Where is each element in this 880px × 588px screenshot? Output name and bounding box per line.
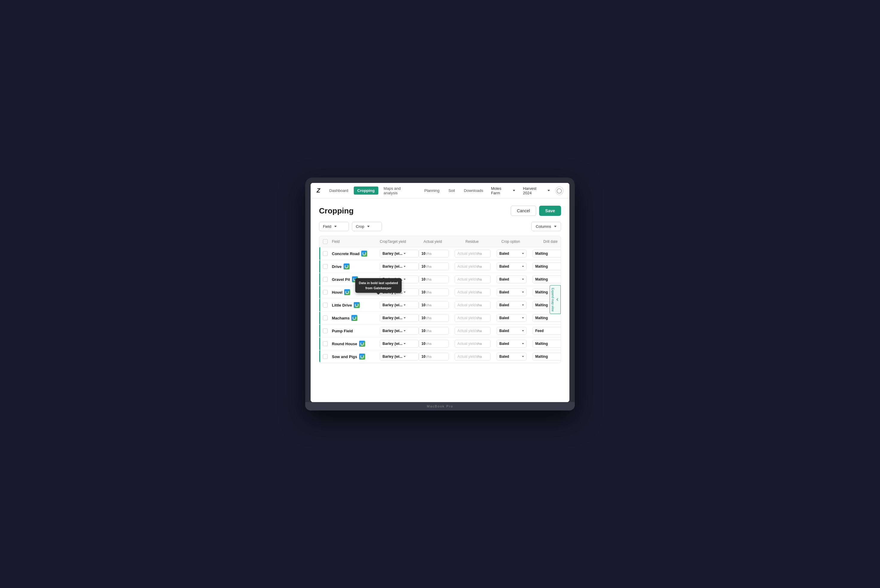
crop-option-dropdown[interactable]: Malting: [533, 262, 561, 270]
save-button[interactable]: Save: [539, 206, 561, 216]
row-select-checkbox[interactable]: [323, 277, 328, 282]
crop-dropdown[interactable]: Barley (wi...: [380, 262, 419, 270]
residue-dropdown[interactable]: Baled: [497, 276, 527, 283]
header-crop: Crop: [380, 240, 387, 244]
harvest-selector[interactable]: Harvest 2024: [521, 185, 552, 196]
crop-option-dropdown[interactable]: Malting: [533, 352, 561, 360]
target-yield-input[interactable]: 10 t/ha: [419, 314, 449, 322]
actual-yield-input[interactable]: Actual yield t/ha: [455, 276, 491, 283]
residue-dropdown[interactable]: Baled: [497, 288, 527, 296]
target-yield-input[interactable]: 10 t/ha: [419, 250, 449, 258]
crop-dropdown[interactable]: Barley (wi...: [380, 352, 419, 360]
row-indicator: [319, 350, 320, 363]
crop-chevron-icon: [404, 356, 405, 357]
crop-dropdown[interactable]: Barley (wi...: [380, 314, 419, 322]
crop-chevron-icon: [404, 343, 405, 344]
row-select-checkbox[interactable]: [323, 303, 328, 308]
target-yield-input[interactable]: 10 t/ha: [419, 276, 449, 283]
field-name-cell: Little Drive: [332, 302, 380, 308]
target-yield-input[interactable]: 10 t/ha: [419, 340, 449, 348]
nav-right: Moles Farm Harvest 2024 ◯: [488, 185, 563, 196]
gatekeeper-badge-icon: [359, 341, 365, 347]
field-name-cell: Round House: [332, 341, 380, 347]
residue-dropdown[interactable]: Baled: [497, 352, 527, 360]
actual-yield-input[interactable]: Actual yield t/ha: [455, 288, 491, 296]
expand-map-chevron-icon: [556, 298, 559, 302]
residue-chevron-icon: [522, 343, 524, 344]
crop-option-dropdown[interactable]: Malting: [533, 340, 561, 348]
actual-yield-input[interactable]: Actual yield t/ha: [455, 340, 491, 348]
table-body: Concrete Road Barley (wi... 10 t/ha: [319, 247, 561, 363]
crop-option-dropdown[interactable]: Malting: [533, 250, 561, 258]
farm-selector[interactable]: Moles Farm: [488, 185, 518, 196]
residue-dropdown[interactable]: Baled: [497, 314, 527, 322]
target-yield-input[interactable]: 10 t/ha: [419, 301, 449, 309]
residue-chevron-icon: [522, 279, 524, 280]
gatekeeper-badge-icon: [351, 315, 357, 321]
table-row: Concrete Road Barley (wi... 10 t/ha: [319, 247, 561, 260]
row-select-checkbox[interactable]: [323, 354, 328, 359]
table-row: Round House Barley (wi... 10 t/ha Ac: [319, 338, 561, 350]
screen: Z Dashboard Cropping Maps and analysis P…: [311, 183, 569, 402]
actual-yield-input[interactable]: Actual yield t/ha: [455, 301, 491, 309]
actual-yield-input[interactable]: Actual yield t/ha: [455, 314, 491, 322]
nav-maps[interactable]: Maps and analysis: [380, 184, 419, 197]
crop-chevron-icon: [404, 304, 405, 306]
field-name-cell: Drive Data in bold last updated from Gat…: [332, 264, 380, 270]
user-profile-button[interactable]: ◯: [555, 186, 563, 195]
cancel-button[interactable]: Cancel: [511, 206, 536, 216]
target-yield-input[interactable]: 10 t/ha: [419, 352, 449, 360]
row-select-checkbox[interactable]: [323, 251, 328, 256]
row-select-checkbox[interactable]: [323, 264, 328, 269]
row-select-checkbox[interactable]: [323, 341, 328, 346]
actual-yield-input[interactable]: Actual yield t/ha: [455, 327, 491, 335]
target-yield-input[interactable]: 10 t/ha: [419, 262, 449, 270]
crop-option-dropdown[interactable]: Feed: [533, 327, 561, 335]
select-all-checkbox[interactable]: [323, 239, 328, 244]
row-select-checkbox[interactable]: [323, 315, 328, 320]
residue-dropdown[interactable]: Baled: [497, 340, 527, 348]
row-checkbox-cell: [323, 328, 332, 333]
gatekeeper-badge-icon: [359, 354, 365, 360]
nav-planning[interactable]: Planning: [421, 186, 443, 195]
actual-yield-input[interactable]: Actual yield t/ha: [455, 250, 491, 258]
row-checkbox-cell: [323, 251, 332, 256]
crop-chevron-icon: [404, 317, 405, 318]
residue-dropdown[interactable]: Baled: [497, 327, 527, 335]
crop-dropdown[interactable]: Barley (wi...: [380, 250, 419, 258]
residue-dropdown[interactable]: Baled: [497, 262, 527, 270]
crop-option-dropdown[interactable]: Malting: [533, 276, 561, 283]
field-filter-dropdown[interactable]: Field: [319, 222, 349, 231]
target-yield-input[interactable]: 10 t/ha: [419, 327, 449, 335]
nav-cropping[interactable]: Cropping: [354, 186, 378, 195]
columns-dropdown[interactable]: Columns: [532, 222, 561, 231]
table-row: Sow and Pigs Barley (wi... 10 t/ha A: [319, 350, 561, 363]
row-indicator: [319, 260, 320, 273]
columns-chevron-icon: [554, 226, 557, 227]
field-name-cell: Concrete Road: [332, 250, 380, 256]
nav-dashboard[interactable]: Dashboard: [326, 186, 352, 195]
nav-downloads[interactable]: Downloads: [460, 186, 487, 195]
row-select-checkbox[interactable]: [323, 328, 328, 333]
crop-option-dropdown[interactable]: Malting: [533, 314, 561, 322]
actual-yield-input[interactable]: Actual yield t/ha: [455, 352, 491, 360]
residue-dropdown[interactable]: Baled: [497, 301, 527, 309]
gatekeeper-badge-icon: [344, 289, 350, 295]
crop-dropdown[interactable]: Barley (wi...: [380, 301, 419, 309]
residue-chevron-icon: [522, 292, 524, 293]
residue-dropdown[interactable]: Baled: [497, 250, 527, 258]
expand-map-button[interactable]: Expand map view: [550, 285, 561, 314]
table-header: Field Crop Target yield Actual yield Res…: [319, 236, 561, 247]
crop-dropdown[interactable]: Barley (wi...: [380, 327, 419, 335]
row-select-checkbox[interactable]: [323, 290, 328, 295]
table-row: Pump Field Barley (wi... 10 t/ha Actual …: [319, 324, 561, 338]
actual-yield-input[interactable]: Actual yield t/ha: [455, 262, 491, 270]
header-target-yield: Target yield: [387, 240, 423, 244]
navigation: Z Dashboard Cropping Maps and analysis P…: [311, 183, 569, 198]
crop-dropdown[interactable]: Barley (wi...: [380, 340, 419, 348]
nav-soil[interactable]: Soil: [445, 186, 459, 195]
gatekeeper-badge-icon: [344, 264, 350, 270]
target-yield-input[interactable]: 10 t/ha: [419, 288, 449, 296]
row-checkbox-cell: [323, 264, 332, 269]
crop-filter-dropdown[interactable]: Crop: [352, 222, 382, 231]
